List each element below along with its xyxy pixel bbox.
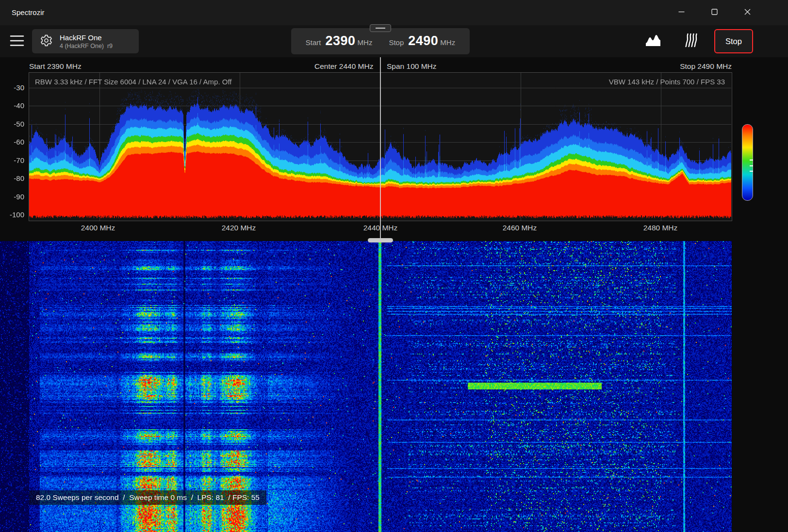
y-axis-tick: -90 — [4, 193, 24, 201]
close-icon — [744, 8, 751, 17]
x-axis-tick: 2420 MHz — [217, 224, 261, 232]
waterfall-icon — [682, 33, 698, 49]
titlebar: Spectrozir — [0, 0, 788, 25]
window-controls — [665, 0, 764, 25]
spectrum-view-button[interactable] — [643, 33, 663, 49]
minimize-button[interactable] — [665, 0, 698, 25]
y-axis-tick: -80 — [4, 174, 24, 182]
stop-freq-value[interactable]: 2490 — [408, 33, 438, 48]
waterfall-drag-handle[interactable] — [368, 238, 393, 242]
sweep-settings-left: RBW 3.33 kHz / FFT Size 6004 / LNA 24 / … — [35, 78, 231, 86]
x-axis-tick: 2480 MHz — [639, 224, 682, 232]
device-name: HackRF One — [60, 33, 113, 42]
start-freq-unit: MHz — [358, 38, 373, 47]
stop-button[interactable]: Stop — [714, 29, 753, 53]
device-info: HackRF One 4 (HackRF One) r9 — [60, 33, 113, 50]
header-span-label: Span 100 MHz — [387, 62, 437, 71]
waterfall-display[interactable] — [0, 241, 732, 532]
device-selector-button[interactable]: HackRF One 4 (HackRF One) r9 — [32, 29, 139, 53]
close-button[interactable] — [731, 0, 764, 25]
y-axis-tick: -100 — [4, 210, 24, 219]
x-axis-tick: 2400 MHz — [76, 224, 120, 232]
colorbar-tick — [750, 160, 753, 161]
app-window: Spectrozir — [0, 0, 788, 532]
stop-freq-unit: MHz — [440, 38, 455, 47]
device-detail: 4 (HackRF One) r9 — [60, 42, 113, 50]
header-center-label: Center 2440 MHz — [314, 62, 373, 71]
maximize-button[interactable] — [698, 0, 731, 25]
center-frequency-line[interactable] — [380, 57, 381, 241]
gear-icon — [40, 34, 53, 49]
spectrum-chart-icon — [645, 33, 661, 49]
grip-icon — [376, 28, 385, 29]
start-freq-label: Start — [306, 38, 321, 47]
x-axis-tick: 2460 MHz — [498, 224, 542, 232]
color-scale-bar[interactable] — [742, 124, 753, 201]
sweep-settings-right: VBW 143 kHz / Points 700 / FPS 33 — [609, 78, 725, 86]
hamburger-icon — [10, 40, 24, 48]
frequency-range-control[interactable]: Start2390MHzStop2490MHz — [291, 28, 470, 54]
y-axis-tick: -70 — [4, 156, 24, 164]
y-axis-tick: -40 — [4, 101, 24, 110]
header-start-label: Start 2390 MHz — [29, 62, 82, 71]
stop-button-label: Stop — [725, 37, 742, 46]
waterfall-view-button[interactable] — [680, 33, 700, 49]
colorbar-tick — [750, 165, 753, 166]
maximize-icon — [711, 8, 718, 17]
freq-range-drag-handle[interactable] — [370, 24, 391, 32]
stop-freq-label: Stop — [389, 38, 404, 47]
y-axis-tick: -50 — [4, 120, 24, 128]
header-stop-label: Stop 2490 MHz — [680, 62, 732, 71]
menu-button[interactable] — [10, 34, 25, 48]
y-axis-tick: -30 — [4, 83, 24, 92]
y-axis-tick: -60 — [4, 138, 24, 146]
minimize-icon — [678, 8, 685, 17]
app-title: Spectrozir — [12, 8, 45, 16]
start-freq-value[interactable]: 2390 — [326, 33, 356, 48]
colorbar-tick — [750, 171, 753, 172]
status-bar: 82.0 Sweeps per second / Sweep time 0 ms… — [29, 490, 266, 505]
